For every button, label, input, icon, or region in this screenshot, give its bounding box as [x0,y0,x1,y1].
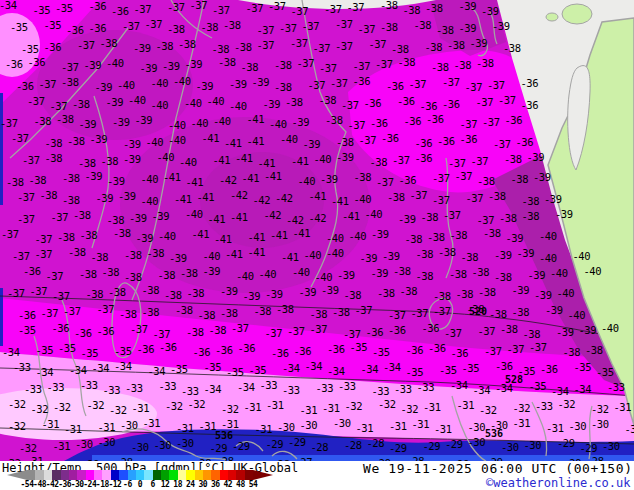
temp-value: -38 [187,288,204,299]
copyright-link[interactable]: ©weatheronline.co.uk [486,476,631,490]
temp-value: -34 [551,386,568,397]
temp-value: -41 [247,114,264,125]
temp-value: -34 [204,384,221,395]
temp-value: -37 [153,329,170,340]
temp-value: -38 [483,228,500,239]
temp-value: -38 [405,234,422,245]
temp-value: -38 [234,42,251,53]
temp-value: -36 [89,1,106,12]
temp-value: -40 [184,98,201,109]
colorbar-segment [136,470,144,480]
temp-value: -37 [302,21,319,32]
temp-value: -40 [106,58,123,69]
temp-value: -38 [504,154,521,165]
temp-value: -34 [282,363,299,374]
temp-value: -36 [18,310,35,321]
temp-value: -39 [382,251,399,262]
temp-value: -40 [539,231,556,242]
temp-value: -35 [33,5,50,16]
temp-value: -39 [398,214,415,225]
colorbar-segment [178,470,186,480]
temp-value: -41 [230,212,247,223]
temp-value: -41 [213,155,230,166]
temp-value: -38 [403,5,420,16]
temp-value: -40 [573,251,590,262]
temp-value: -38 [101,156,118,167]
temp-value: -37 [477,215,494,226]
temp-value: -38 [124,250,141,261]
temp-value: -40 [349,231,366,242]
temp-value: -29 [580,443,597,454]
temp-value: -38 [62,195,79,206]
temp-value: -37 [388,310,405,321]
temp-value: -36 [521,100,538,111]
temperature-labels-layer: -34-35-35-36-36-37-37-37-37-37-37-37-37-… [0,0,634,461]
temp-value: -38 [62,173,79,184]
temp-value: -39 [123,139,140,150]
temp-value: -38 [436,25,453,36]
temp-value: -37 [460,119,477,130]
temp-value: -31 [434,424,451,435]
temp-value: -37 [330,78,347,89]
temp-value: -40 [568,310,585,321]
temp-value: -36 [111,6,128,17]
temp-value: -36 [238,343,255,354]
temp-value: -39 [533,172,550,183]
temp-value: -40 [539,253,556,264]
temp-value: -32 [513,403,530,414]
temp-value: -38 [56,114,73,125]
temp-value: -36 [420,101,437,112]
temp-value: -40 [158,231,175,242]
temp-value: -38 [34,116,51,127]
temp-value: -35 [81,348,98,359]
temp-value: -31 [423,402,440,413]
temp-value: -37 [231,323,248,334]
temp-value: -30 [120,420,137,431]
temp-value: -35 [350,342,367,353]
temp-value: -40 [550,268,567,279]
temp-value: -37 [52,291,69,302]
temp-value: -38 [391,44,408,55]
temp-value: -38 [107,215,124,226]
temp-value: -39 [136,233,153,244]
temp-value: -39 [252,77,269,88]
temp-value: -36 [366,327,383,338]
colorbar-segment [128,470,136,480]
temp-value: -31 [176,423,193,434]
temp-value: -33 [535,401,552,412]
temp-value: -38 [198,310,215,321]
temp-value: -38 [387,192,404,203]
colorbar-segment [44,470,52,480]
temp-value: -32 [87,400,104,411]
temp-value: -38 [416,271,433,282]
temp-value: -38 [393,266,410,277]
temp-value: -37 [432,195,449,206]
temp-value: -37 [0,118,17,129]
temp-value: -38 [398,57,415,68]
temp-value: -38 [91,252,108,263]
temp-value: -41 [293,228,310,239]
temp-value: -35 [574,362,591,373]
temp-value: -42 [309,213,326,224]
temp-value: -36 [406,345,423,356]
temp-value: -41 [197,192,214,203]
temp-value: -39 [140,63,157,74]
temp-value: -32 [188,399,205,410]
temp-value: -37 [61,62,78,73]
temp-value: -39 [162,61,179,72]
temp-value: -37 [476,97,493,108]
temp-value: -38 [223,20,240,31]
temp-value: -38 [512,307,529,318]
temp-value: -32 [558,399,575,410]
temp-value: -40 [173,76,190,87]
temp-value: -38 [218,57,235,68]
temp-value: -37 [17,192,34,203]
temp-value: -33 [80,380,97,391]
temp-value: -40 [141,174,158,185]
temp-value: -40 [236,271,253,282]
temp-value: -36 [495,361,512,372]
temp-value: -40 [601,323,618,334]
contour-label: 536 [215,431,233,441]
temp-value: -37 [291,6,308,17]
temp-value: -41 [264,171,281,182]
